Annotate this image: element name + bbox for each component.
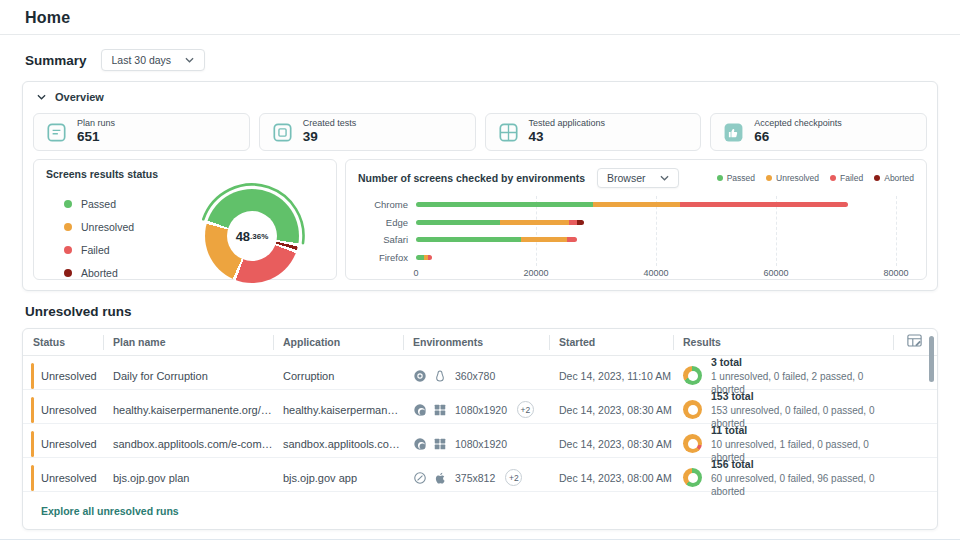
overview-toggle[interactable]: Overview (23, 82, 937, 109)
bar-edge (416, 214, 896, 232)
application-name: Corruption (273, 370, 403, 382)
legend-item-aborted: Aborted (874, 173, 914, 183)
edge-icon (413, 403, 427, 417)
legend-dot (64, 269, 72, 277)
dashboard-page: Home Summary Last 30 days Overview Plan … (0, 0, 960, 540)
linux-icon (433, 369, 447, 383)
donut-legend: PassedUnresolvedFailedAborted (46, 192, 198, 284)
screens-results-donut: 48.36% (198, 182, 306, 290)
started-timestamp: Dec 14, 2023, 08:30 AM (549, 438, 673, 450)
windows-icon (433, 437, 447, 451)
donut-chart: 48.36% (205, 189, 299, 283)
status-label: Unresolved (41, 472, 97, 484)
viewport-size: 360x780 (455, 370, 495, 382)
legend-item-unresolved: Unresolved (766, 173, 819, 183)
date-range-value: Last 30 days (112, 54, 172, 66)
results-donut (683, 468, 702, 487)
status-accent-bar (31, 397, 34, 423)
legend-dot (64, 223, 72, 231)
plan-name: healthy.kaiserpermanente.org/norther... (103, 404, 273, 416)
bar-segment (577, 220, 584, 225)
table-settings-icon[interactable] (906, 332, 923, 353)
status-label: Unresolved (41, 370, 97, 382)
stat-value: 651 (77, 129, 115, 146)
safari-icon (413, 471, 427, 485)
explore-all-unresolved-runs-link[interactable]: Explore all unresolved runs (41, 505, 179, 517)
bar-segment (569, 220, 577, 225)
bar-segment (416, 220, 500, 225)
table-scrollbar[interactable] (929, 336, 934, 382)
column-header-status[interactable]: Status (23, 335, 103, 350)
legend-item-failed: Failed (46, 238, 198, 261)
results-total: 3 total (711, 356, 893, 370)
date-range-select[interactable]: Last 30 days (101, 49, 206, 71)
plan-name: Daily for Corruption (103, 370, 273, 382)
results-donut (683, 400, 702, 419)
bar-chart-plot: ChromeEdgeSafariFirefox 0200004000060000… (358, 196, 914, 280)
plan-name: bjs.ojp.gov plan (103, 472, 273, 484)
unresolved-runs-heading: Unresolved runs (22, 304, 938, 319)
environment-type-select[interactable]: Browser (597, 168, 679, 188)
windows-icon (433, 403, 447, 417)
unresolved-runs-table: StatusPlan nameApplicationEnvironmentsSt… (22, 328, 938, 530)
status-accent-bar (31, 363, 34, 389)
results-detail: 60 unresolved, 0 failed, 96 passed, 0 ab… (711, 472, 893, 498)
created-tests-icon (272, 122, 293, 143)
stats-row: Plan runs651Created tests39Tested applic… (33, 113, 927, 151)
more-environments-badge[interactable]: +2 (505, 469, 522, 486)
bar-segment (521, 237, 567, 242)
chrome-icon (413, 369, 427, 383)
table-row[interactable]: UnresolvedDaily for CorruptionCorruption… (23, 356, 937, 390)
tested-applications-icon (498, 122, 519, 143)
results-total: 153 total (711, 390, 893, 404)
started-timestamp: Dec 14, 2023, 08:00 AM (549, 472, 673, 484)
unresolved-runs-section: Unresolved runs StatusPlan nameApplicati… (0, 291, 960, 530)
viewport-size: 1080x1920 (455, 438, 507, 450)
results-total: 11 total (711, 424, 893, 438)
edge-icon (413, 437, 427, 451)
overview-label: Overview (55, 91, 104, 103)
bar-segment (416, 202, 593, 207)
bar-category-label: Safari (358, 231, 416, 249)
column-header-application[interactable]: Application (273, 335, 403, 350)
legend-dot (874, 175, 880, 181)
bar-segment (416, 237, 521, 242)
legend-dot (64, 200, 72, 208)
stat-label: Plan runs (77, 118, 115, 129)
x-axis-tick: 20000 (523, 268, 548, 278)
stat-label: Created tests (303, 118, 357, 129)
screens-results-card: Screens results status PassedUnresolvedF… (33, 159, 337, 280)
plan-name: sandbox.applitools.com/e-commerce pl... (103, 438, 273, 450)
table-row[interactable]: Unresolvedhealthy.kaiserpermanente.org/n… (23, 390, 937, 424)
x-axis-tick: 40000 (643, 268, 668, 278)
donut-center-label: 48.36% (227, 211, 277, 261)
more-environments-badge[interactable]: +2 (517, 401, 534, 418)
legend-item-failed: Failed (830, 173, 863, 183)
legend-dot (766, 175, 772, 181)
environment-type-value: Browser (607, 172, 646, 184)
application-name: sandbox.applitools.com/e-co... (273, 438, 403, 450)
bar-chart-legend: PassedUnresolvedFailedAborted (717, 173, 914, 183)
legend-item-passed: Passed (717, 173, 755, 183)
overview-panel: Overview Plan runs651Created tests39Test… (22, 81, 938, 291)
legend-dot (64, 246, 72, 254)
legend-item-passed: Passed (46, 192, 198, 215)
bar-category-label: Chrome (358, 196, 416, 214)
x-axis-tick: 60000 (763, 268, 788, 278)
chevron-down-icon (185, 57, 194, 63)
summary-heading: Summary (25, 53, 87, 68)
bar-safari (416, 231, 896, 249)
stat-card-accepted-checkpoints: Accepted checkpoints66 (710, 113, 927, 151)
environments-chart-card: Number of screens checked by environment… (345, 159, 927, 280)
table-row[interactable]: Unresolvedsandbox.applitools.com/e-comme… (23, 424, 937, 458)
table-row[interactable]: Unresolvedbjs.ojp.gov planbjs.ojp.gov ap… (23, 458, 937, 492)
stat-value: 66 (754, 129, 842, 146)
bar-category-label: Edge (358, 214, 416, 232)
column-header-started[interactable]: Started (549, 335, 673, 350)
application-name: healthy.kaiserpermanente.or... (273, 404, 403, 416)
started-timestamp: Dec 14, 2023, 11:10 AM (549, 370, 673, 382)
column-header-results[interactable]: Results (673, 335, 893, 350)
column-header-environments[interactable]: Environments (403, 335, 549, 350)
summary-section: Summary Last 30 days Overview Plan runs6… (0, 35, 960, 291)
column-header-plan-name[interactable]: Plan name (103, 335, 273, 350)
